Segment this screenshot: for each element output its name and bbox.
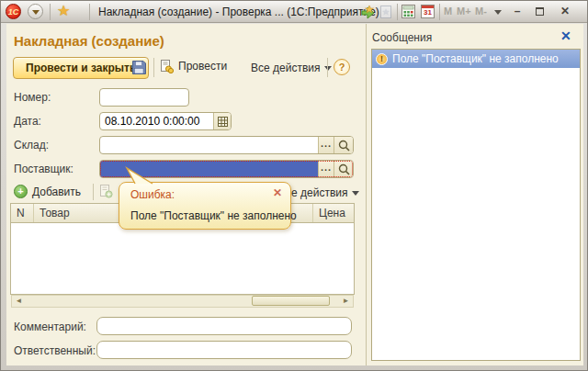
- warehouse-search-button[interactable]: [334, 137, 353, 153]
- help-button[interactable]: ?: [334, 59, 350, 75]
- error-callout-close-button[interactable]: ✕: [273, 186, 282, 199]
- date-field-group: [99, 112, 232, 130]
- toolbar-overflow-icon[interactable]: [494, 10, 502, 15]
- calendar-day-label: 31: [422, 8, 434, 17]
- messages-panel-title: Сообщения: [372, 31, 432, 44]
- comment-label: Комментарий:: [14, 320, 86, 333]
- window-title: Накладная (создание) - Проверка ... (1С:…: [98, 6, 379, 18]
- items-table-body: [10, 223, 355, 295]
- separator: [397, 4, 398, 20]
- all-actions-label: Все действия: [251, 62, 320, 74]
- chevron-down-icon: [32, 10, 40, 15]
- comment-input[interactable]: [96, 317, 352, 335]
- title-bar: 1С Накладная (создание) - Проверка ... (…: [1, 1, 587, 23]
- supplier-label: Поставщик:: [14, 163, 74, 175]
- minimize-button[interactable]: –: [509, 5, 526, 19]
- number-label: Номер:: [14, 91, 51, 104]
- magnifier-icon: [338, 163, 350, 175]
- post-button[interactable]: Провести: [159, 59, 227, 73]
- separator: [89, 4, 90, 20]
- messages-close-button[interactable]: ✕: [560, 28, 571, 43]
- callout-tail-pointer: [120, 166, 161, 185]
- calculator-icon[interactable]: [401, 5, 415, 21]
- post-button-label: Провести: [178, 60, 227, 73]
- date-picker-button[interactable]: [213, 113, 231, 129]
- responsible-input[interactable]: [96, 341, 352, 359]
- error-callout-title: Ошибка:: [130, 188, 175, 201]
- warehouse-choose-button[interactable]: ...: [318, 137, 334, 153]
- add-row-label: Добавить: [32, 186, 81, 198]
- separator: [50, 4, 51, 20]
- memory-mplus-button[interactable]: M+: [457, 6, 471, 17]
- maximize-button[interactable]: [532, 5, 548, 19]
- floppy-disk-icon: [131, 60, 147, 75]
- horizontal-scrollbar: ◄ ►: [11, 295, 354, 308]
- post-document-icon: [159, 59, 174, 73]
- supplier-choose-button[interactable]: ...: [318, 161, 334, 177]
- page-title: Накладная (создание): [14, 33, 164, 49]
- warehouse-field-group: ...: [99, 136, 354, 154]
- post-and-close-button[interactable]: Провести и закрыть: [13, 57, 149, 79]
- plus-icon: +: [14, 185, 28, 198]
- app-window: 1С Накладная (создание) - Проверка ... (…: [0, 0, 588, 371]
- copy-row-button-disabled[interactable]: [98, 184, 113, 201]
- calendar-grid-icon: [218, 117, 228, 127]
- chevron-down-icon: [324, 66, 332, 71]
- system-menu-button[interactable]: [28, 4, 43, 19]
- message-item-selected[interactable]: Поле "Поставщик" не заполнено: [372, 50, 580, 68]
- separator: [153, 58, 154, 77]
- column-header-cena[interactable]: Цена: [313, 204, 354, 222]
- get-link-icon[interactable]: [379, 5, 392, 22]
- error-callout-message: Поле "Поставщик" не заполнено: [130, 209, 297, 222]
- scrollbar-thumb[interactable]: [252, 296, 330, 306]
- save-icon-button[interactable]: [131, 60, 147, 78]
- maximize-icon: [536, 7, 544, 16]
- separator: [327, 58, 328, 77]
- 1c-logo-icon: 1С: [6, 4, 21, 19]
- warehouse-input[interactable]: [100, 137, 318, 153]
- all-actions-dropdown[interactable]: Все действия: [251, 62, 332, 74]
- magnifier-icon: [338, 140, 350, 152]
- add-row-button[interactable]: + Добавить: [14, 185, 81, 198]
- scroll-right-button[interactable]: ►: [339, 296, 353, 307]
- panel-divider: [366, 24, 367, 365]
- column-header-n[interactable]: N: [11, 204, 34, 222]
- warehouse-label: Склад:: [14, 139, 49, 152]
- go-to-link-icon[interactable]: [360, 5, 377, 22]
- scrollbar-track[interactable]: [26, 296, 339, 307]
- separator: [93, 184, 94, 200]
- warning-icon: [376, 53, 388, 65]
- separator: [439, 4, 440, 20]
- copy-document-icon: [98, 184, 113, 198]
- messages-list: Поле "Поставщик" не заполнено: [371, 49, 581, 361]
- close-button[interactable]: ✕: [557, 5, 573, 19]
- number-input[interactable]: [99, 88, 189, 107]
- chevron-down-icon: [352, 191, 359, 196]
- error-callout: Ошибка: ✕ Поле "Поставщик" не заполнено: [119, 182, 291, 230]
- responsible-label: Ответственный:: [14, 344, 96, 357]
- message-text: Поле "Поставщик" не заполнено: [392, 52, 559, 65]
- supplier-search-button[interactable]: [334, 161, 353, 177]
- date-label: Дата:: [14, 115, 41, 128]
- favorites-star-icon[interactable]: [57, 2, 70, 19]
- scroll-left-button[interactable]: ◄: [12, 296, 26, 307]
- calendar-icon[interactable]: 31: [421, 5, 435, 18]
- date-input[interactable]: [100, 113, 213, 129]
- memory-m-button[interactable]: M: [444, 6, 452, 17]
- memory-mminus-button[interactable]: M-: [475, 6, 487, 17]
